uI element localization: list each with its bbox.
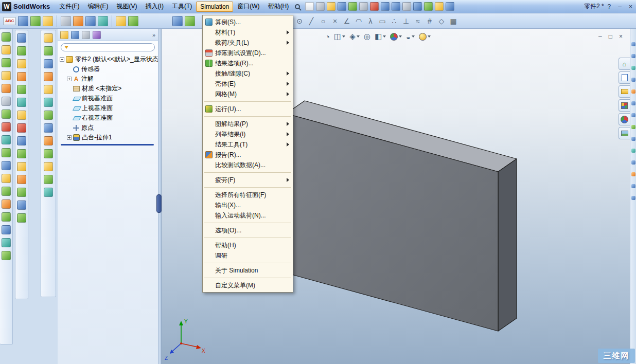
print-icon[interactable] xyxy=(359,2,368,11)
edit-color-icon[interactable] xyxy=(435,2,444,11)
tool-icon[interactable] xyxy=(43,16,53,26)
sketch-grid-icon[interactable]: ▦ xyxy=(448,15,458,27)
tool-icon[interactable] xyxy=(44,175,53,184)
menu-item-select-all-feature-faces[interactable]: 选择所有特征面(F) xyxy=(203,190,293,200)
tool-icon[interactable] xyxy=(2,58,11,67)
expand-expander[interactable] xyxy=(67,77,72,81)
tree-item-top-plane[interactable]: 上视基准面 xyxy=(67,103,158,113)
menu-item-run[interactable]: 运行(U)... xyxy=(203,104,293,114)
sketch-angle-icon[interactable]: ∠ xyxy=(342,15,352,27)
tool-icon[interactable] xyxy=(17,59,26,68)
tree-item-right-plane[interactable]: 右视基准面 xyxy=(67,113,158,123)
tool-icon[interactable] xyxy=(17,46,26,56)
menu-view[interactable]: 视图(V) xyxy=(113,1,142,12)
options-list-icon[interactable] xyxy=(413,2,422,11)
tool-icon[interactable] xyxy=(631,184,635,188)
new-document-icon[interactable] xyxy=(305,2,314,11)
tool-icon[interactable] xyxy=(85,16,96,26)
tool-icon[interactable] xyxy=(2,199,11,209)
splitter-grip[interactable] xyxy=(156,194,162,213)
tool-icon[interactable] xyxy=(631,42,635,46)
tool-icon[interactable] xyxy=(2,187,11,196)
tool-icon[interactable] xyxy=(17,111,26,120)
redo-icon[interactable] xyxy=(392,2,400,11)
undo-icon[interactable] xyxy=(381,2,390,11)
menu-help[interactable]: 帮助(H) xyxy=(264,1,293,12)
tool-icon[interactable] xyxy=(2,135,11,144)
tool-icon[interactable] xyxy=(631,89,635,94)
tool-icon[interactable] xyxy=(44,72,53,81)
menu-item-plot-results[interactable]: 图解结果(P) xyxy=(203,119,293,129)
section-view-icon[interactable]: ◒ xyxy=(406,32,415,41)
filter-input[interactable] xyxy=(61,43,155,51)
tool-icon[interactable] xyxy=(631,137,635,141)
tab-configurations[interactable] xyxy=(82,31,90,39)
rollback-bar[interactable] xyxy=(61,144,154,145)
tree-item-sensors[interactable]: 传感器 xyxy=(67,64,158,74)
tool-icon[interactable] xyxy=(2,32,11,42)
tool-icon[interactable] xyxy=(116,16,126,26)
tool-icon[interactable] xyxy=(18,16,28,26)
menu-file[interactable]: 文件(F) xyxy=(55,1,83,12)
sketch-rectangle-icon[interactable]: ▭ xyxy=(377,15,387,27)
sketch-ellipse-icon[interactable]: ○ xyxy=(318,15,328,27)
previous-view-icon[interactable]: ◎ xyxy=(364,32,370,41)
tool-icon[interactable] xyxy=(128,16,138,26)
tool-icon[interactable] xyxy=(631,160,635,165)
tool-icon[interactable] xyxy=(17,149,26,158)
menu-item-options[interactable]: 选项(O)... xyxy=(203,225,293,235)
tool-icon[interactable] xyxy=(2,225,11,234)
tool-icon[interactable] xyxy=(631,78,635,82)
menu-edit[interactable]: 编辑(E) xyxy=(84,1,113,12)
doc-minimize-button[interactable]: – xyxy=(598,33,602,40)
tool-icon[interactable] xyxy=(98,16,108,26)
tool-icon[interactable] xyxy=(2,148,11,157)
tool-icon[interactable] xyxy=(44,46,53,56)
tool-icon[interactable] xyxy=(631,172,635,176)
menu-item-material[interactable]: 材料(T) xyxy=(203,27,293,38)
menu-item-shells[interactable]: 壳体(E) xyxy=(203,79,293,89)
tool-icon[interactable] xyxy=(17,98,26,107)
edit-appearance-icon[interactable] xyxy=(390,33,402,41)
sketch-polygon-icon[interactable]: ◇ xyxy=(436,15,447,27)
tree-item-front-plane[interactable]: 前视基准面 xyxy=(67,94,158,103)
window-layout-icon[interactable] xyxy=(446,2,454,11)
tool-icon[interactable] xyxy=(17,175,26,184)
tool-icon[interactable] xyxy=(17,201,26,210)
tree-item-boss-extrude1[interactable]: 凸台-拉伸1 xyxy=(67,133,158,142)
tool-icon[interactable] xyxy=(17,162,26,171)
tool-icon[interactable] xyxy=(30,16,41,26)
menu-item-research[interactable]: 调研 xyxy=(203,250,293,261)
minimize-button[interactable]: – xyxy=(618,3,622,10)
tool-icon[interactable] xyxy=(631,66,635,70)
menu-insert[interactable]: 插入(I) xyxy=(142,1,168,12)
tab-home[interactable]: ⌂ xyxy=(619,58,630,70)
tool-icon[interactable] xyxy=(2,84,11,93)
help-button[interactable]: ? xyxy=(608,3,611,10)
menu-window[interactable]: 窗口(W) xyxy=(233,1,263,12)
tool-icon[interactable] xyxy=(2,122,11,132)
select-icon[interactable] xyxy=(402,2,411,11)
search-icon[interactable] xyxy=(295,4,300,9)
expand-expander[interactable] xyxy=(67,135,72,140)
tool-icon[interactable] xyxy=(172,16,183,26)
zoom-fit-icon[interactable]: ◔ xyxy=(325,32,330,41)
menu-tools[interactable]: 工具(T) xyxy=(168,1,196,12)
tool-icon[interactable] xyxy=(2,212,11,222)
sketch-point-icon[interactable]: ∴ xyxy=(389,15,399,27)
tab-property-manager[interactable] xyxy=(71,31,79,39)
tree-item-origin[interactable]: 原点 xyxy=(67,123,158,133)
tool-icon[interactable] xyxy=(44,149,53,158)
sketch-hatch-icon[interactable]: # xyxy=(425,15,435,27)
tool-icon[interactable] xyxy=(2,251,11,260)
menu-item-drop-test-setup[interactable]: 掉落测试设置(D)... xyxy=(203,48,293,58)
tool-icon[interactable] xyxy=(2,110,11,119)
sketch-perpendicular-icon[interactable]: ⊥ xyxy=(401,15,411,27)
tab-dimxpert[interactable] xyxy=(93,31,101,39)
tool-icon[interactable] xyxy=(44,111,53,120)
save-icon[interactable] xyxy=(338,2,346,11)
sketch-spline-icon[interactable]: λ xyxy=(365,15,376,27)
menu-item-contact-gap[interactable]: 接触/缝隙(C) xyxy=(203,68,293,79)
menu-item-report[interactable]: 报告(R)... xyxy=(203,150,293,160)
make-drawing-icon[interactable] xyxy=(316,2,325,11)
